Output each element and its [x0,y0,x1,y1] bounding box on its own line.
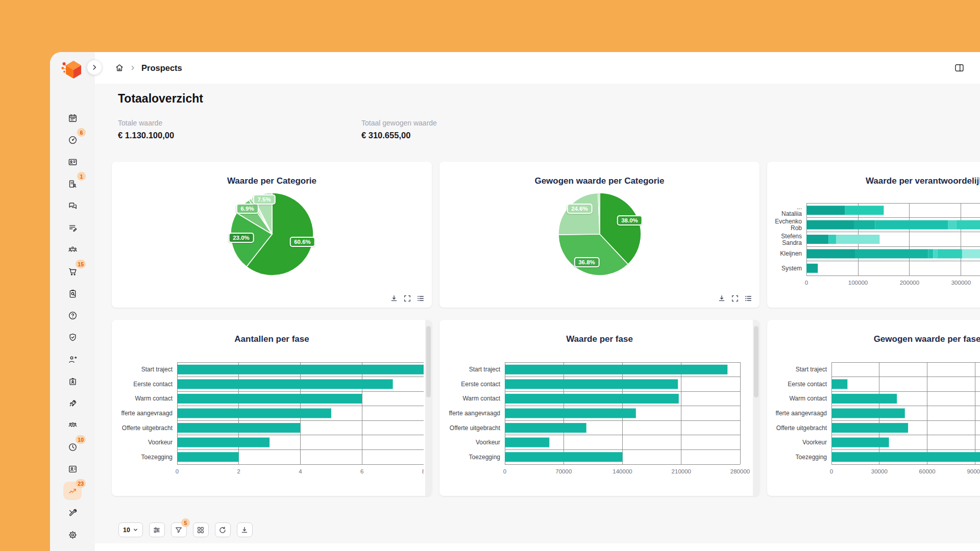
svg-text:300000: 300000 [951,280,971,286]
notification-badge: 10 [76,435,86,444]
tools-icon [68,508,78,518]
sidebar-item-user-share[interactable] [63,350,82,368]
stat-total-value: Totale waarde € 1.130.100,00 [118,119,361,140]
svg-text:Eerste contact: Eerste contact [133,381,173,388]
adjustments-button[interactable] [149,522,165,537]
sidebar-item-tools[interactable] [63,504,82,522]
svg-text:Start traject: Start traject [469,366,501,373]
stat-value: € 310.655,00 [361,131,605,140]
sidebar-item-cart[interactable]: 15 [63,262,82,281]
svg-text:Voorkeur: Voorkeur [148,439,173,446]
list-menu-icon[interactable] [416,294,425,303]
chevron-down-icon [133,527,138,533]
svg-text:8: 8 [422,468,424,474]
filter-button[interactable]: 5 [171,522,187,537]
card-waarde-per-categorie: Waarde per Categorie 60.6%23.0%6.9%7.5% [112,162,432,308]
sidebar-item-team[interactable] [63,240,82,259]
sidebar-item-company[interactable]: 1 [63,174,82,193]
sidebar-item-rocket[interactable] [63,394,82,412]
filter-badge: 5 [181,518,190,527]
sidebar-item-calendar[interactable] [63,109,82,127]
settings-icon [68,530,78,540]
chart-actions [718,294,752,303]
sidebar-item-help[interactable] [63,306,82,324]
svg-text:StefensSandra: StefensSandra [781,233,802,246]
stat-label: Totaal gewogen waarde [361,119,605,127]
breadcrumb-current-page[interactable]: Prospects [141,63,182,73]
list-menu-icon[interactable] [744,294,752,303]
sidebar-item-chat[interactable] [63,196,82,215]
card-gewogen-waarde-per-fase: Gewogen waarde per fase 0300006000090000… [767,320,980,496]
sidebar-item-contact-card[interactable] [63,153,82,171]
main-content: Totaaloverzicht Totale waarde € 1.130.10… [95,84,980,551]
layout-button[interactable] [193,522,209,537]
pie-slice-label: 6.9% [236,204,258,214]
home-icon[interactable] [115,63,124,72]
fullscreen-icon[interactable] [403,294,411,303]
app-window: 61151023 Prospects Totaaloverzicht T [50,52,980,551]
cart-icon [68,267,78,277]
download-icon[interactable] [390,294,398,303]
sidebar-item-clipboard-search[interactable] [63,284,82,303]
table-toolbar: 10 5 [118,522,980,537]
notification-badge: 15 [76,260,86,268]
card-scrollbar[interactable] [425,320,432,496]
refresh-icon [218,526,227,534]
pie-slice-label: 38.0% [617,215,643,226]
svg-text:Start traject: Start traject [796,366,827,373]
card-gewogen-waarde-per-categorie: Gewogen waarde per Categorie 38.0%36.8%2… [439,162,760,308]
card-scrollbar[interactable] [753,320,760,496]
notification-badge: 6 [77,128,86,137]
svg-text:Voorkeur: Voorkeur [476,439,500,446]
calendar-icon [68,113,78,123]
scrollbar-thumb[interactable] [426,326,431,397]
pie-slice-label: 24.6% [567,204,593,214]
rocket-icon [68,398,78,408]
fullscreen-icon[interactable] [731,294,739,303]
sidebar-nav: 61151023 [63,109,82,544]
sidebar-item-id-badge[interactable] [63,372,82,390]
svg-text:Toezegging: Toezegging [141,454,173,461]
svg-text:Offerte uitgebracht: Offerte uitgebracht [122,424,173,432]
notification-badge: 23 [76,479,86,488]
page-size-select[interactable]: 10 [118,522,143,537]
contact-book-icon [68,464,78,474]
sidebar-item-shield-check[interactable] [63,328,82,346]
svg-text:0: 0 [805,280,808,286]
card-aantallen-per-fase: Aantallen per fase 02468Start trajectEer… [112,320,432,496]
user-share-icon [68,355,78,364]
notes-icon [68,223,78,233]
sidebar-item-contact-book[interactable] [63,460,82,478]
group-icon [68,420,78,430]
download-icon[interactable] [718,294,726,303]
export-button[interactable] [237,522,253,537]
svg-text:70000: 70000 [555,468,572,474]
sidebar-item-trend[interactable]: 23 [63,482,82,500]
svg-text:EvchenkoRob: EvchenkoRob [775,218,802,232]
sidebar-expand-button[interactable] [87,60,102,75]
sidebar-item-clock[interactable]: 10 [63,438,82,456]
refresh-button[interactable] [215,522,231,537]
svg-text:Toezegging: Toezegging [469,454,500,461]
scrollbar-thumb[interactable] [754,326,758,397]
svg-text:fferte aangevraagd: fferte aangevraagd [775,410,827,417]
svg-text:0: 0 [503,468,506,474]
bar-chart: 0300006000090000120000150000Start trajec… [775,361,980,478]
sidebar-item-notes[interactable] [63,218,82,237]
sidebar-item-group[interactable] [63,416,82,434]
sidebar-item-dashboard[interactable]: 6 [63,131,82,149]
svg-text:Eerste contact: Eerste contact [788,381,827,388]
svg-text:210000: 210000 [672,468,691,474]
svg-text:Offerte uitgebracht: Offerte uitgebracht [776,424,827,432]
svg-text:60000: 60000 [919,468,936,474]
card-waarde-per-fase: Waarde per fase 070000140000210000280000… [439,320,760,496]
sidebar-item-settings[interactable] [63,525,82,544]
svg-text:90000: 90000 [967,468,980,474]
panel-toggle-icon[interactable] [954,63,965,73]
table-area-strip [95,543,980,551]
chart-title: Gewogen waarde per Categorie [448,176,751,186]
svg-text:0: 0 [176,468,179,474]
stat-weighted-value: Totaal gewogen waarde € 310.655,00 [361,119,605,140]
pie-slice-label: 23.0% [228,233,254,243]
filter-icon [175,526,183,534]
